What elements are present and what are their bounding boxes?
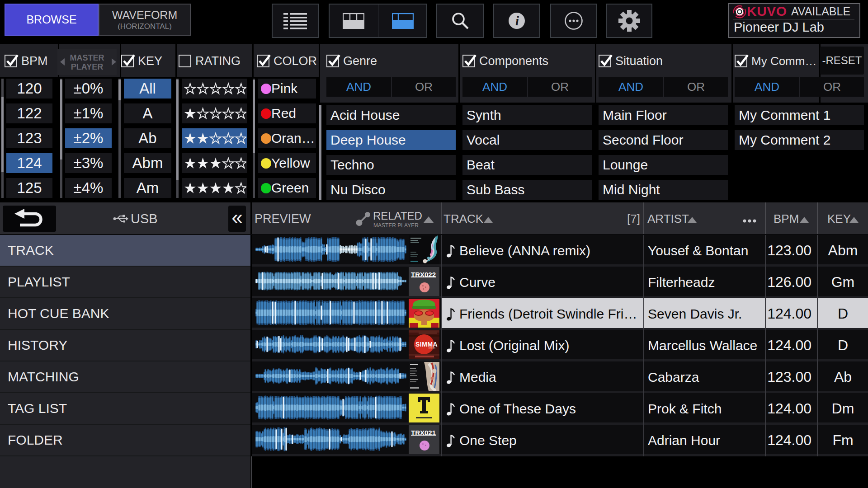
svg-text:i: i bbox=[515, 14, 519, 28]
